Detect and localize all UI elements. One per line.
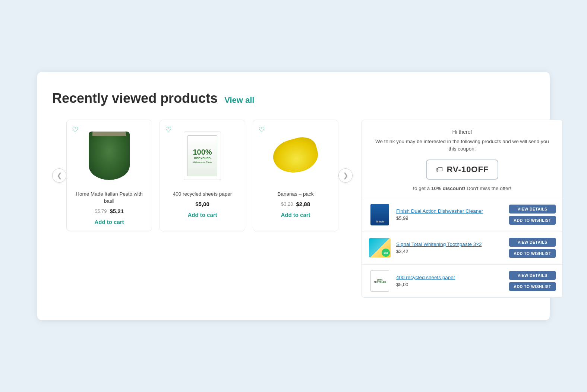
product-img-recycled: 100%RECYCLEDMultipurpose Paper (166, 126, 239, 186)
add-wishlist-recycled400[interactable]: ADD TO WISHLIST (509, 282, 556, 291)
chevron-right-icon: ❯ (343, 171, 348, 180)
section-header: Recently viewed products View all (52, 91, 535, 106)
rec-img-signal: 3x2 (369, 237, 391, 259)
rec-price-recycled400: $5,00 (396, 282, 504, 287)
greeting-text: Hi there! (372, 129, 552, 135)
add-wishlist-signal[interactable]: ADD TO WISHLIST (509, 249, 556, 258)
page-wrapper: Recently viewed products View all ❮ ♡ Ho… (37, 72, 550, 320)
rec-actions-signal: VIEW DETAILS ADD TO WISHLIST (509, 238, 556, 258)
rec-item-recycled400: 100%RECYCLED 400 recycled sheets paper $… (362, 265, 562, 297)
product-name-recycled: 400 recycled sheets paper (166, 191, 239, 198)
coupon-code: RV-10OFF (447, 165, 489, 174)
price-row-bananas: $3,20 $2,88 (259, 201, 332, 207)
recycled400-image: 100%RECYCLED (370, 270, 389, 292)
price-row-recycled: $5,00 (166, 201, 239, 207)
signal-image: 3x2 (369, 238, 391, 257)
product-card-bananas: ♡ Bananas – pack $3,20 $2,88 Add to cart (253, 120, 338, 231)
product-card-pesto: ♡ Home Made Italian Pesto with basil $5,… (66, 120, 152, 231)
section-title: Recently viewed products (52, 91, 218, 106)
carousel-area: ❮ ♡ Home Made Italian Pesto with basil $… (52, 120, 353, 231)
view-details-recycled400[interactable]: VIEW DETAILS (509, 271, 556, 280)
rec-name-signal[interactable]: Signal Total Whitening Toothpaste 3×2 (396, 241, 504, 247)
products-row: ♡ Home Made Italian Pesto with basil $5,… (66, 120, 338, 231)
product-card-recycled: ♡ 100%RECYCLEDMultipurpose Paper 400 rec (160, 120, 245, 231)
add-to-cart-pesto[interactable]: Add to cart (73, 219, 146, 225)
view-details-signal[interactable]: VIEW DETAILS (509, 238, 556, 247)
rec-info-finish: Finish Dual Action Dishwasher Cleaner $5… (396, 208, 504, 221)
rec-actions-recycled400: VIEW DETAILS ADD TO WISHLIST (509, 271, 556, 291)
view-details-finish[interactable]: VIEW DETAILS (509, 205, 556, 214)
coupon-section: Hi there! We think you may be interested… (362, 120, 562, 199)
discount-prefix: to get a (413, 186, 431, 191)
discount-value: 10% discount! (431, 186, 466, 191)
price-new-bananas: $2,88 (296, 201, 310, 207)
price-row-pesto: $5,79 $5,21 (73, 208, 146, 214)
rec-price-finish: $5,99 (396, 215, 504, 221)
product-name-bananas: Bananas – pack (259, 191, 332, 198)
product-name-pesto: Home Made Italian Pesto with basil (73, 191, 146, 205)
discount-text: to get a 10% discount! Don't miss the of… (372, 186, 552, 191)
rec-name-recycled400[interactable]: 400 recycled sheets paper (396, 275, 504, 280)
finish-image (370, 204, 389, 225)
wishlist-icon-recycled[interactable]: ♡ (165, 125, 172, 134)
chevron-left-icon: ❮ (57, 171, 62, 180)
price-old-pesto: $5,79 (95, 208, 107, 214)
add-to-cart-recycled[interactable]: Add to cart (166, 212, 239, 218)
signal-badge: 3x2 (382, 249, 390, 257)
recycled-image: 100%RECYCLEDMultipurpose Paper (184, 132, 221, 180)
carousel-prev-button[interactable]: ❮ (52, 168, 66, 183)
pesto-image (89, 132, 130, 180)
view-all-link[interactable]: View all (224, 95, 254, 105)
carousel-next-button[interactable]: ❯ (338, 168, 353, 183)
main-content: ❮ ♡ Home Made Italian Pesto with basil $… (52, 120, 535, 298)
rec-info-signal: Signal Total Whitening Toothpaste 3×2 $3… (396, 241, 504, 254)
right-panel: Hi there! We think you may be interested… (362, 120, 563, 298)
tag-icon: 🏷 (436, 165, 443, 174)
product-img-pesto (73, 126, 146, 186)
coupon-desc: We think you may be interested in the fo… (372, 138, 552, 153)
rec-name-finish[interactable]: Finish Dual Action Dishwasher Cleaner (396, 208, 504, 214)
price-recycled: $5,00 (195, 201, 209, 207)
rec-actions-finish: VIEW DETAILS ADD TO WISHLIST (509, 205, 556, 225)
rec-info-recycled400: 400 recycled sheets paper $5,00 (396, 275, 504, 287)
rec-img-finish (369, 203, 391, 226)
coupon-box: 🏷 RV-10OFF (426, 159, 499, 180)
add-wishlist-finish[interactable]: ADD TO WISHLIST (509, 216, 556, 225)
price-new-pesto: $5,21 (110, 208, 124, 214)
left-section: ❮ ♡ Home Made Italian Pesto with basil $… (52, 120, 353, 231)
rec-price-signal: $3,42 (396, 249, 504, 254)
rec-item-signal: 3x2 Signal Total Whitening Toothpaste 3×… (362, 231, 562, 265)
recommended-items: Finish Dual Action Dishwasher Cleaner $5… (362, 198, 562, 297)
add-to-cart-bananas[interactable]: Add to cart (259, 212, 332, 218)
bananas-image (273, 139, 318, 173)
discount-suffix: Don't miss the offer! (466, 186, 511, 191)
rec-img-recycled400: 100%RECYCLED (369, 270, 391, 292)
wishlist-icon-pesto[interactable]: ♡ (72, 125, 79, 134)
product-img-bananas (259, 126, 332, 186)
rec-item-finish: Finish Dual Action Dishwasher Cleaner $5… (362, 198, 562, 231)
wishlist-icon-bananas[interactable]: ♡ (258, 125, 265, 134)
price-old-bananas: $3,20 (281, 201, 293, 207)
